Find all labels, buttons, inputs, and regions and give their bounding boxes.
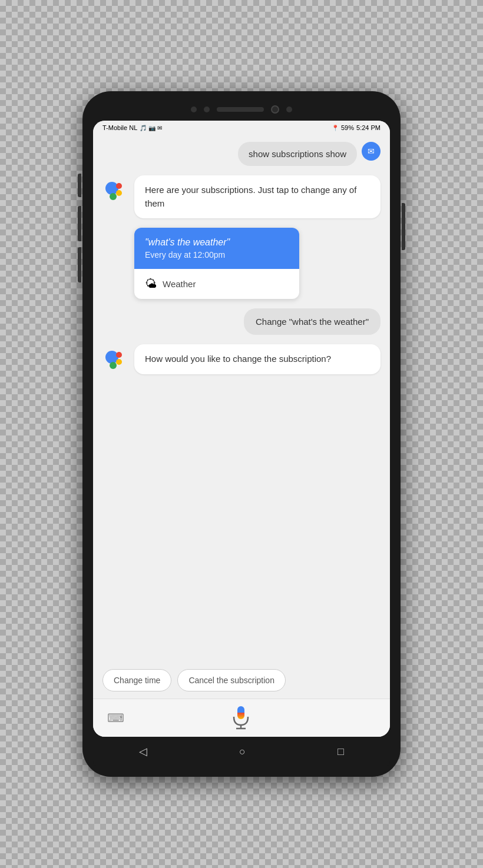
keyboard-icon: ⌨	[107, 711, 124, 724]
change-time-label: Change time	[114, 676, 160, 685]
assistant-logo-2	[102, 347, 128, 373]
home-button[interactable]: ○	[239, 746, 246, 758]
phone-top-bar	[93, 102, 390, 121]
volume-down-button	[78, 206, 81, 241]
subscription-header: "what's the weather" Every day at 12:00p…	[134, 228, 299, 269]
cancel-subscription-label: Cancel the subscription	[188, 676, 274, 685]
change-bubble: Change "what's the weather"	[244, 308, 381, 335]
bixby-button	[78, 247, 81, 282]
action-chips: Change time Cancel the subscription	[93, 664, 390, 699]
chat-area: show subscriptions show ✉ Here	[93, 135, 390, 664]
status-bar: T-Mobile NL 🎵 📷 ✉ 📍 59% 5:24 PM	[93, 121, 390, 135]
power-button	[402, 203, 405, 250]
svg-point-6	[116, 359, 122, 365]
user-avatar: ✉	[362, 142, 381, 161]
assistant-text-2: How would you like to change the subscri…	[145, 354, 331, 364]
svg-point-1	[116, 183, 122, 189]
status-icons: 🎵 📷 ✉	[140, 125, 162, 131]
volume-up-button	[78, 174, 81, 197]
status-left: T-Mobile NL 🎵 📷 ✉	[102, 124, 162, 131]
phone-nav-bar: ◁ ○ □	[93, 737, 390, 766]
recents-button[interactable]: □	[338, 746, 344, 758]
cancel-subscription-chip[interactable]: Cancel the subscription	[177, 669, 286, 691]
user-message-1: show subscriptions show ✉	[102, 142, 381, 166]
subscription-card[interactable]: "what's the weather" Every day at 12:00p…	[134, 228, 299, 299]
svg-point-3	[110, 193, 117, 200]
user-avatar-icon: ✉	[368, 147, 375, 157]
user-bubble-1: show subscriptions show	[238, 142, 357, 166]
status-right: 📍 59% 5:24 PM	[332, 124, 381, 131]
svg-point-7	[110, 362, 117, 369]
sensor-dot	[191, 107, 197, 112]
assistant-logo-1	[102, 178, 128, 204]
phone-device: T-Mobile NL 🎵 📷 ✉ 📍 59% 5:24 PM show sub…	[82, 91, 401, 777]
time-label: 5:24 PM	[356, 124, 381, 131]
location-icon: 📍	[332, 125, 339, 131]
back-button[interactable]: ◁	[139, 745, 147, 758]
svg-point-2	[116, 190, 122, 196]
assistant-bubble-1: Here are your subscriptions. Just tap to…	[134, 175, 381, 218]
bottom-bar: ⌨	[93, 699, 390, 737]
change-time-chip[interactable]: Change time	[102, 669, 171, 691]
carrier-label: T-Mobile NL	[102, 124, 137, 131]
weather-icon: 🌤	[145, 277, 157, 291]
keyboard-toggle[interactable]: ⌨	[107, 711, 124, 725]
assistant-message-1: Here are your subscriptions. Just tap to…	[102, 175, 381, 218]
user-message-2: Change "what's the weather"	[102, 308, 381, 335]
earpiece	[217, 107, 264, 112]
sensor-dot-3	[286, 107, 292, 112]
sensor-dot-2	[204, 107, 210, 112]
phone-screen: T-Mobile NL 🎵 📷 ✉ 📍 59% 5:24 PM show sub…	[93, 121, 390, 737]
mic-button[interactable]	[231, 705, 250, 731]
assistant-text-1: Here are your subscriptions. Just tap to…	[145, 185, 356, 208]
assistant-bubble-2: How would you like to change the subscri…	[134, 344, 381, 374]
user-text-2: Change "what's the weather"	[256, 317, 369, 327]
svg-rect-8	[237, 706, 244, 719]
assistant-message-2: How would you like to change the subscri…	[102, 344, 381, 374]
svg-point-5	[116, 352, 122, 358]
user-text-1: show subscriptions show	[249, 149, 346, 159]
subscription-time: Every day at 12:00pm	[145, 250, 289, 260]
front-camera	[271, 105, 279, 114]
subscription-body: 🌤 Weather	[134, 269, 299, 299]
battery-label: 59%	[341, 124, 354, 131]
subscription-service: Weather	[163, 279, 196, 289]
subscription-query: "what's the weather"	[145, 237, 289, 248]
